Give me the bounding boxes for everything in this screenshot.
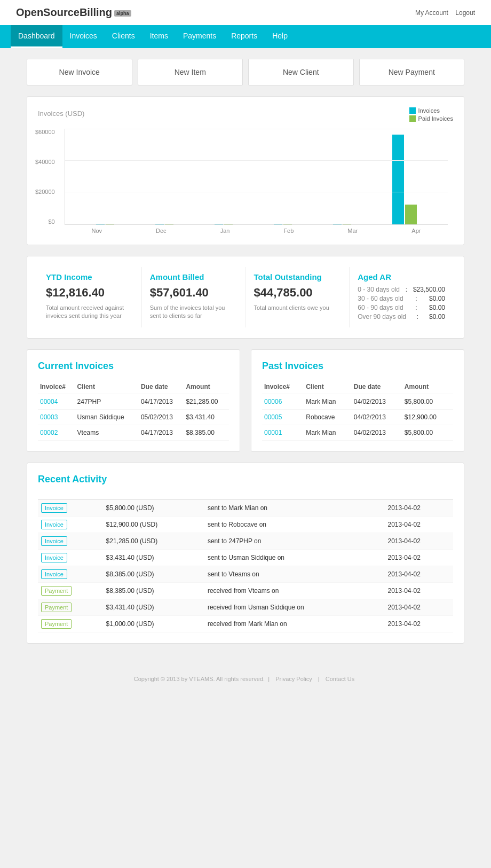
- activity-type-2[interactable]: Invoice: [41, 536, 67, 546]
- list-item: Invoice $3,431.40 (USD) sent to Usman Si…: [38, 550, 453, 566]
- past-due-2: 04/02/2013: [352, 425, 402, 441]
- activity-type-7[interactable]: Payment: [41, 619, 72, 629]
- current-due-1: 05/02/2013: [139, 410, 184, 425]
- past-client-0: Mark Mian: [304, 394, 351, 410]
- bar-group-apr-bars: [392, 131, 417, 224]
- activity-desc-1: sent to Robocave on: [204, 517, 385, 533]
- activity-date-0: 2013-04-02: [384, 500, 453, 517]
- activity-date-1: 2013-04-02: [384, 517, 453, 533]
- nav-item-dashboard[interactable]: Dashboard: [11, 25, 62, 48]
- nav-item-items[interactable]: Items: [142, 25, 176, 48]
- past-amount-0: $5,800.00: [402, 394, 453, 410]
- footer-contact[interactable]: Contact Us: [326, 676, 354, 682]
- activity-type-0[interactable]: Invoice: [41, 503, 67, 513]
- new-payment-button[interactable]: New Payment: [359, 59, 465, 85]
- chart-wrapper: $60000 $40000 $20000 $0: [65, 129, 448, 225]
- x-label-feb: Feb: [283, 228, 294, 234]
- activity-desc-5: received from Vteams on: [204, 583, 385, 599]
- past-invoice-link-2[interactable]: 00001: [264, 429, 282, 436]
- quick-actions: New Invoice New Item New Client New Paym…: [27, 59, 464, 85]
- gridline-mid1: [65, 160, 448, 161]
- bar-nov-invoice: [96, 224, 105, 224]
- bar-feb-paid: [283, 224, 292, 224]
- recent-activity-title: Recent Activity: [38, 474, 453, 485]
- current-amount-1: $3,431.40: [184, 410, 229, 425]
- ytd-income-value: $12,816.40: [46, 286, 133, 300]
- bar-dec-invoice: [155, 224, 164, 224]
- activity-date-5: 2013-04-02: [384, 583, 453, 599]
- aged-ar-label-3: Over 90 days old: [358, 313, 406, 320]
- list-item: Payment $8,385.00 (USD) received from Vt…: [38, 583, 453, 599]
- past-col-invoice: Invoice#: [262, 380, 304, 394]
- nav-item-payments[interactable]: Payments: [176, 25, 224, 48]
- footer-privacy[interactable]: Privacy Policy: [275, 676, 312, 682]
- activity-date-7: 2013-04-02: [384, 616, 453, 632]
- current-invoice-link-0[interactable]: 00004: [40, 398, 58, 405]
- aged-ar-value-1: $0.00: [429, 295, 445, 302]
- current-invoice-link-2[interactable]: 00002: [40, 429, 58, 436]
- activity-date-2: 2013-04-02: [384, 533, 453, 550]
- logout-link[interactable]: Logout: [455, 9, 475, 17]
- past-invoice-link-0[interactable]: 00006: [264, 398, 282, 405]
- logo: OpenSourceBillingalpha: [16, 6, 131, 19]
- current-amount-2: $8,385.00: [184, 425, 229, 441]
- footer-copy: Copyright © 2013 by VTEAMS. All rights r…: [134, 676, 265, 682]
- current-col-client: Client: [75, 380, 139, 394]
- activity-date-3: 2013-04-02: [384, 550, 453, 566]
- list-item: Invoice $21,285.00 (USD) sent to 247PHP …: [38, 533, 453, 550]
- list-item: Invoice $8,385.00 (USD) sent to Vteams o…: [38, 566, 453, 583]
- new-item-button[interactable]: New Item: [138, 59, 243, 85]
- activity-desc-4: sent to Vteams on: [204, 566, 385, 583]
- bar-group-feb-bars: [274, 131, 292, 224]
- bar-group-dec: [155, 131, 173, 224]
- my-account-link[interactable]: My Account: [415, 9, 448, 17]
- bar-group-feb: [274, 131, 292, 224]
- aged-ar-label-2: 60 - 90 days old: [358, 304, 403, 311]
- activity-col-desc: [204, 493, 385, 500]
- activity-type-1[interactable]: Invoice: [41, 520, 67, 529]
- activity-type-4[interactable]: Invoice: [41, 569, 67, 579]
- stats-grid: YTD Income $12,816.40 Total amount recei…: [38, 267, 453, 327]
- bar-dec-paid: [165, 224, 173, 224]
- activity-amount-5: $8,385.00 (USD): [103, 583, 204, 599]
- past-invoice-link-1[interactable]: 00005: [264, 413, 282, 421]
- past-due-1: 04/02/2013: [352, 410, 402, 425]
- activity-col-amount: [103, 493, 204, 500]
- legend-label-invoices: Invoices: [418, 107, 440, 114]
- activity-desc-2: sent to 247PHP on: [204, 533, 385, 550]
- amount-billed-desc: Sum of the invoices total you sent to cl…: [150, 304, 237, 320]
- activity-amount-1: $12,900.00 (USD): [103, 517, 204, 533]
- current-amount-0: $21,285.00: [184, 394, 229, 410]
- nav-item-clients[interactable]: Clients: [105, 25, 142, 48]
- chart-title: Invoices (USD): [38, 107, 84, 119]
- new-invoice-button[interactable]: New Invoice: [27, 59, 132, 85]
- aged-ar-row-3: Over 90 days old : $0.00: [358, 313, 445, 320]
- activity-date-4: 2013-04-02: [384, 566, 453, 583]
- activity-type-5[interactable]: Payment: [41, 586, 72, 596]
- current-due-2: 04/17/2013: [139, 425, 184, 441]
- activity-type-3[interactable]: Invoice: [41, 553, 67, 562]
- aged-ar-row-0: 0 - 30 days old : $23,500.00: [358, 286, 445, 293]
- current-invoices-body: 00004 247PHP 04/17/2013 $21,285.00 00003…: [38, 394, 229, 441]
- legend-dot-green: [409, 115, 416, 122]
- bar-nov-paid: [106, 224, 114, 224]
- gridline-mid2: [65, 192, 448, 192]
- nav-item-invoices[interactable]: Invoices: [62, 25, 105, 48]
- new-client-button[interactable]: New Client: [248, 59, 354, 85]
- activity-desc-0: sent to Mark Mian on: [204, 500, 385, 517]
- chart-y-axis: $60000 $40000 $20000 $0: [35, 129, 55, 225]
- past-invoices-card: Past Invoices Invoice# Client Due date A…: [251, 349, 464, 452]
- ytd-income-desc: Total amount received against invoices s…: [46, 304, 133, 320]
- past-amount-2: $5,800.00: [402, 425, 453, 441]
- past-client-2: Mark Mian: [304, 425, 351, 441]
- current-client-0: 247PHP: [75, 394, 139, 410]
- y-label-60000: $60000: [35, 129, 55, 135]
- nav-item-reports[interactable]: Reports: [224, 25, 265, 48]
- past-invoices-table: Invoice# Client Due date Amount 00006 Ma…: [262, 380, 453, 441]
- stat-total-outstanding: Total Outstanding $44,785.00 Total amoun…: [246, 267, 350, 327]
- activity-type-6[interactable]: Payment: [41, 603, 72, 612]
- current-invoices-title: Current Invoices: [38, 361, 229, 372]
- current-invoice-link-1[interactable]: 00003: [40, 413, 58, 421]
- nav-item-help[interactable]: Help: [265, 25, 295, 48]
- footer: Copyright © 2013 by VTEAMS. All rights r…: [0, 665, 491, 693]
